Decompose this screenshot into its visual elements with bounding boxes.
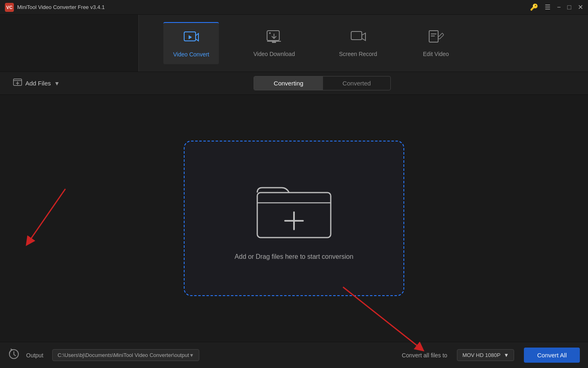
minimize-icon[interactable]: −	[557, 4, 561, 11]
tab-video-convert[interactable]: Video Convert	[163, 22, 219, 64]
nav-bar: Video Convert Video Download	[0, 15, 588, 72]
convert-all-button[interactable]: Convert All	[524, 348, 580, 363]
converted-tab-btn[interactable]: Converted	[323, 76, 390, 90]
menu-icon[interactable]: ☰	[545, 3, 550, 11]
tab-screen-record[interactable]: Screen Record	[329, 22, 387, 64]
drop-zone[interactable]: Add or Drag files here to start conversi…	[184, 141, 404, 296]
add-files-icon	[13, 78, 22, 89]
tab-video-download-label: Video Download	[253, 51, 295, 57]
video-download-icon	[266, 29, 282, 47]
add-files-chevron: ▼	[54, 80, 60, 87]
svg-line-8	[29, 189, 65, 242]
edit-video-icon	[428, 29, 444, 47]
output-history-icon[interactable]	[8, 348, 20, 362]
tab-edit-video[interactable]: Edit Video	[412, 22, 461, 64]
folder-icon	[253, 176, 335, 242]
window-controls: 🔑 ☰ − □ ✕	[530, 3, 583, 11]
add-files-label: Add Files	[25, 80, 51, 87]
format-select[interactable]: MOV HD 1080P ▼	[457, 349, 514, 361]
folder-icon-wrap	[253, 176, 335, 243]
format-label: MOV HD 1080P	[462, 352, 500, 358]
arrow-add	[20, 185, 69, 250]
svg-rect-3	[272, 41, 276, 43]
output-path-selector[interactable]: C:\Users\bj\Documents\MiniTool Video Con…	[52, 349, 199, 361]
tab-video-convert-label: Video Convert	[173, 51, 209, 58]
add-files-button[interactable]: Add Files ▼	[8, 74, 65, 92]
video-convert-icon	[183, 29, 199, 47]
close-icon[interactable]: ✕	[578, 3, 583, 11]
title-bar: VC MiniTool Video Converter Free v3.4.1 …	[0, 0, 588, 15]
format-chevron-icon: ▼	[504, 352, 509, 358]
nav-sidebar	[0, 15, 139, 72]
bottom-bar: Output C:\Users\bj\Documents\MiniTool Vi…	[0, 342, 588, 368]
key-icon[interactable]: 🔑	[530, 3, 538, 11]
svg-rect-1	[267, 31, 279, 40]
convert-all-files-label: Convert all files to	[402, 352, 447, 359]
tab-video-download[interactable]: Video Download	[243, 22, 305, 64]
output-path-text: C:\Users\bj\Documents\MiniTool Video Con…	[58, 352, 189, 358]
svg-point-2	[269, 32, 271, 34]
converting-tab-btn[interactable]: Converting	[254, 76, 323, 90]
svg-line-14	[343, 287, 421, 348]
tab-screen-record-label: Screen Record	[339, 51, 377, 57]
drop-zone-hint: Add or Drag files here to start conversi…	[235, 253, 354, 260]
maximize-icon[interactable]: □	[567, 4, 571, 11]
convert-tab-switcher: Converting Converted	[254, 76, 391, 90]
output-label: Output	[26, 352, 43, 359]
tab-edit-video-label: Edit Video	[423, 51, 449, 57]
app-title: MiniTool Video Converter Free v3.4.1	[17, 4, 530, 10]
main-content: Add or Drag files here to start conversi…	[0, 95, 588, 342]
toolbar: Add Files ▼ Converting Converted	[0, 72, 588, 95]
nav-tabs: Video Convert Video Download	[139, 15, 588, 72]
svg-rect-4	[351, 31, 362, 40]
output-chevron-icon: ▼	[189, 352, 194, 358]
app-logo: VC	[5, 3, 14, 12]
screen-record-icon	[350, 29, 366, 47]
